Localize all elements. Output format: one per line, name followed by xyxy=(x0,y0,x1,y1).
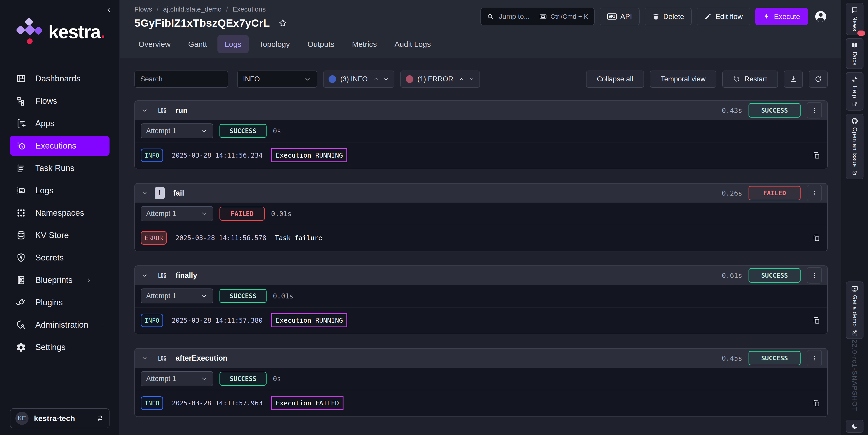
right-rail: News Docs Help Open an Issue Get a demo … xyxy=(841,0,868,435)
kestra-wordmark: kestra. xyxy=(49,23,105,41)
attempt-duration: 0.01s xyxy=(271,210,291,218)
tab-overview[interactable]: Overview xyxy=(131,35,178,53)
log-level-select[interactable]: INFO xyxy=(237,71,317,88)
breadcrumb-item[interactable]: Flows xyxy=(134,5,152,13)
card-menu-button[interactable] xyxy=(807,267,822,283)
kestra-logo[interactable]: kestra. xyxy=(0,5,120,45)
task-card-header[interactable]: ! fail 0.26s FAILED xyxy=(135,183,827,203)
attempt-select[interactable]: Attempt 1 xyxy=(141,124,213,138)
card-menu-button[interactable] xyxy=(807,185,822,201)
help-button[interactable]: Help xyxy=(846,72,864,110)
refresh-button[interactable] xyxy=(809,71,828,88)
chevron-up-icon[interactable] xyxy=(373,76,379,82)
sidebar-item-logs[interactable]: Logs xyxy=(10,181,110,201)
external-link-icon xyxy=(852,170,858,176)
attempt-select-value: Attempt 1 xyxy=(146,209,176,218)
chevron-down-icon xyxy=(200,210,208,217)
sidebar-item-task-runs[interactable]: Task Runs xyxy=(10,158,110,178)
sidebar-item-administration[interactable]: Administration xyxy=(10,315,110,335)
attempt-duration: 0s xyxy=(273,375,281,383)
tab-topology[interactable]: Topology xyxy=(252,35,297,53)
attempt-status-badge: SUCCESS xyxy=(219,289,267,303)
attempt-row: Attempt 1 SUCCESS 0.01s xyxy=(135,285,827,307)
log-search[interactable] xyxy=(134,71,228,88)
copy-log-button[interactable] xyxy=(812,234,820,242)
chevron-down-icon[interactable] xyxy=(141,271,149,279)
moon-stars-icon xyxy=(851,423,858,430)
dots-vertical-icon xyxy=(811,190,818,197)
log-message: Execution RUNNING xyxy=(271,313,347,327)
sidebar-item-blueprints[interactable]: Blueprints xyxy=(10,270,110,290)
attempt-select[interactable]: Attempt 1 xyxy=(141,289,213,303)
external-link-icon xyxy=(852,101,858,107)
card-menu-button[interactable] xyxy=(807,350,822,366)
pencil-icon xyxy=(704,13,712,20)
breadcrumb-item[interactable]: Executions xyxy=(232,5,266,13)
attempt-select[interactable]: Attempt 1 xyxy=(141,206,213,221)
sidebar-nav: Dashboards Flows Apps Executions Task Ru… xyxy=(0,69,120,357)
docs-button[interactable]: Docs xyxy=(846,38,864,69)
get-demo-button[interactable]: Get a demo xyxy=(846,281,864,339)
sidebar-item-flows[interactable]: Flows xyxy=(10,91,110,111)
log-message: Task failure xyxy=(275,234,322,242)
log-level-badge: ERROR xyxy=(141,231,167,245)
log-line: INFO 2025-03-28 14:11:57.963 Execution F… xyxy=(135,390,827,416)
sidebar-item-secrets[interactable]: Secrets xyxy=(10,248,110,268)
sidebar-collapse-button[interactable] xyxy=(105,6,113,13)
sidebar-item-executions[interactable]: Executions xyxy=(10,136,110,156)
task-card-header[interactable]: LOG run 0.43s SUCCESS xyxy=(135,101,827,120)
execute-button-label: Execute xyxy=(774,12,800,21)
theme-toggle-button[interactable] xyxy=(846,420,864,433)
chevron-up-icon[interactable] xyxy=(459,76,465,82)
info-count-pill[interactable]: (3) INFO xyxy=(323,71,394,88)
chevron-down-icon[interactable] xyxy=(141,106,149,114)
search-input[interactable] xyxy=(140,75,230,83)
tab-gantt[interactable]: Gantt xyxy=(181,35,214,53)
jump-to-search[interactable]: Jump to... Ctrl/Cmd + K xyxy=(480,8,595,25)
delete-button[interactable]: Delete xyxy=(645,8,692,25)
tab-metrics[interactable]: Metrics xyxy=(345,35,384,53)
news-button[interactable]: News xyxy=(846,3,864,35)
download-logs-button[interactable] xyxy=(784,71,803,88)
chevron-down-icon[interactable] xyxy=(469,76,474,82)
api-button[interactable]: API API xyxy=(600,8,640,25)
refresh-icon xyxy=(814,75,822,83)
copy-log-button[interactable] xyxy=(812,399,820,407)
task-card-header[interactable]: LOG afterExecution 0.45s SUCCESS xyxy=(135,348,827,368)
execute-button[interactable]: Execute xyxy=(755,8,808,25)
user-menu-button[interactable] xyxy=(814,10,827,23)
attempt-select[interactable]: Attempt 1 xyxy=(141,371,213,386)
copy-log-button[interactable] xyxy=(812,151,820,160)
monitor-play-icon xyxy=(851,285,858,292)
version-label: 0.22.0-rc1-SNAPSHOT xyxy=(851,333,859,411)
sidebar-item-label: Task Runs xyxy=(35,164,74,173)
tenant-switcher[interactable]: KE kestra-tech xyxy=(10,408,110,428)
temporal-view-button[interactable]: Temporal view xyxy=(650,71,716,88)
sidebar-item-plugins[interactable]: Plugins xyxy=(10,293,110,312)
breadcrumb-item[interactable]: aj.child.state_demo xyxy=(163,5,222,13)
tab-outputs[interactable]: Outputs xyxy=(300,35,342,53)
favorite-button[interactable] xyxy=(278,18,288,28)
collapse-all-button[interactable]: Collapse all xyxy=(586,71,644,88)
tab-logs[interactable]: Logs xyxy=(217,35,249,53)
restart-button[interactable]: Restart xyxy=(722,71,778,88)
sidebar-item-dashboards[interactable]: Dashboards xyxy=(10,69,110,89)
chevron-down-icon[interactable] xyxy=(141,189,149,197)
task-card-run: LOG run 0.43s SUCCESS Attempt 1 xyxy=(134,100,828,169)
copy-log-button[interactable] xyxy=(812,316,820,325)
sidebar-item-apps[interactable]: Apps xyxy=(10,113,110,133)
card-menu-button[interactable] xyxy=(807,102,822,119)
error-count-pill[interactable]: (1) ERROR xyxy=(400,71,480,88)
tab-audit-logs[interactable]: Audit Logs xyxy=(387,35,438,53)
task-card-header[interactable]: LOG finally 0.61s SUCCESS xyxy=(135,266,827,285)
chevron-down-icon[interactable] xyxy=(141,354,149,362)
open-issue-button[interactable]: Open an Issue xyxy=(846,114,864,179)
sidebar-item-settings[interactable]: Settings xyxy=(10,337,110,357)
sidebar-item-kv-store[interactable]: KV Store xyxy=(10,226,110,245)
chevron-down-icon[interactable] xyxy=(383,76,389,82)
fail-task-icon: ! xyxy=(155,187,165,199)
sidebar-item-label: Secrets xyxy=(35,253,64,263)
attempt-status-badge: SUCCESS xyxy=(219,372,267,386)
sidebar-item-namespaces[interactable]: Namespaces xyxy=(10,203,110,223)
edit-flow-button[interactable]: Edit flow xyxy=(697,8,750,25)
